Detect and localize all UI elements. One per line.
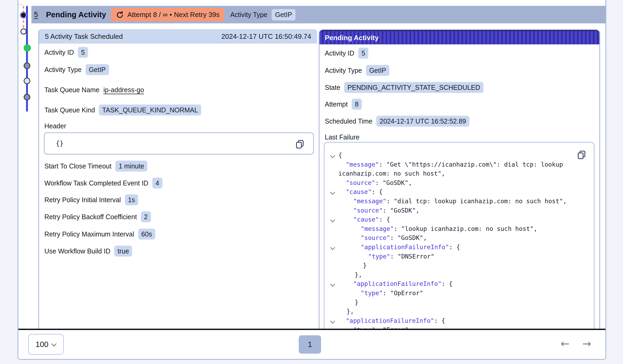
field-row: Activity ID 5 [319,48,599,59]
field-value-badge: 2 [141,211,151,222]
code-line: "source": "GoSDK", [329,233,588,243]
code-line: "type": "DNSError" [329,252,588,261]
field-label: Task Queue Name [44,86,99,94]
pending-activity-panel-header: Pending Activity [319,30,599,44]
timeline-gray-dot[interactable] [24,94,30,100]
field-row: Attempt 8 [319,99,599,110]
collapse-chevron-icon[interactable] [330,217,335,222]
copy-button[interactable] [294,139,305,150]
page-size-select[interactable]: 100 [28,334,64,355]
field-value-badge: TASK_QUEUE_KIND_NORMAL [99,105,201,116]
field-value-badge: 5 [358,48,368,59]
field-label: Activity Type [44,66,82,74]
field-value-badge: 60s [138,229,155,240]
field-row: Retry Policy Backoff Coefficient 2 [39,211,317,222]
pending-activity-panel: Pending Activity Activity ID 5 Activity … [319,29,600,329]
field-label: Task Queue Kind [44,106,95,114]
previous-page-button[interactable]: ← [559,338,571,349]
field-label: Use Workflow Build ID [44,247,110,255]
field-row: State PENDING_ACTIVITY_STATE_SCHEDULED [319,82,599,93]
code-line: } [329,261,588,270]
code-line: }, [329,270,588,280]
header-section-label: Header [44,122,66,130]
field-row: Task Queue Kind TASK_QUEUE_KIND_NORMAL [39,105,317,116]
bottom-separator [18,329,605,330]
field-label: Attempt [325,100,348,108]
code-line: "cause": { [329,187,588,197]
collapse-chevron-icon[interactable] [330,190,335,195]
field-label: Retry Policy Maximum Interval [44,230,134,238]
left-arrow-icon: ← [561,337,570,350]
field-value-badge: true [114,246,132,257]
event-id-link[interactable]: 5 [34,11,38,19]
field-row: Start To Close Timeout 1 minute [39,161,317,172]
collapse-chevron-icon[interactable] [330,245,335,250]
field-row: Workflow Task Completed Event ID 4 [39,178,317,189]
code-line: "type": "OpError" [329,289,588,298]
task-queue-link[interactable]: ip-address-go [103,86,144,94]
code-line: "source": "GoSDK", [329,206,588,215]
copy-icon [294,139,305,150]
code-line: { [329,151,588,160]
field-value-badge: 5 [78,47,88,58]
field-label: State [325,84,340,91]
timeline-green-dot[interactable] [24,44,31,52]
field-row: Activity Type GetIP [39,64,317,75]
field-label: Activity Type [325,67,362,74]
pending-activity-title: Pending Activity [325,34,379,42]
code-line: } [329,298,588,307]
code-line: "type": "Error" [329,325,588,329]
field-label: Retry Policy Backoff Coefficient [44,213,137,221]
event-detail-timestamp: 2024-12-17 UTC 16:50:49.74 [221,32,311,41]
activity-type-badge: GetIP [272,9,296,20]
collapse-chevron-icon[interactable] [330,153,335,158]
field-row: Retry Policy Initial Interval 1s [39,194,317,205]
header-payload-box: {} [44,132,314,155]
header-section-label-row: Header [39,122,317,130]
field-value-badge: PENDING_ACTIVITY_STATE_SCHEDULED [344,82,483,93]
last-failure-label: Last Failure [325,133,360,141]
code-line: "applicationFailureInfo": { [329,316,588,325]
retry-icon [116,10,124,19]
field-label: Start To Close Timeout [44,162,111,170]
code-line: "message": "lookup icanhazip.com: no suc… [329,224,588,234]
code-line: "applicationFailureInfo": { [329,279,588,289]
code-line: }, [329,307,588,316]
code-line: "cause": { [329,215,588,224]
next-page-button[interactable]: → [581,338,593,349]
collapse-chevron-icon[interactable] [330,319,335,323]
activity-type-label: Activity Type [230,11,267,19]
last-failure-label-row: Last Failure [319,133,599,141]
event-history-container: 5 Pending Activity Attempt 8 / ∞ • Next … [18,0,606,360]
field-label: Activity ID [44,49,74,56]
code-line: icanhazip.com: no such host", [329,169,588,178]
pending-activity-row-header[interactable]: 5 Pending Activity Attempt 8 / ∞ • Next … [31,6,605,23]
collapse-chevron-icon[interactable] [330,282,335,287]
timeline-hollow-dot[interactable] [20,28,27,35]
page-size-value: 100 [36,340,48,349]
timeline-pale-dot[interactable] [24,78,30,84]
last-failure-code-block[interactable]: {"message": "Get \"https://icanhazip.com… [324,142,595,329]
retry-badge-text: Attempt 8 / ∞ • Next Retry 39s [127,11,220,19]
field-value-badge: 1s [125,194,138,205]
row-divider [18,4,23,5]
timeline-gray-dot[interactable] [24,62,30,69]
retry-attempt-badge: Attempt 8 / ∞ • Next Retry 39s [111,8,224,21]
code-line: "applicationFailureInfo": { [329,243,588,252]
header-payload-content: {} [56,140,64,147]
code-line: "message": "dial tcp: lookup icanhazip.c… [329,197,588,206]
field-value-badge: 1 minute [115,161,147,172]
row-title: Pending Activity [46,10,106,19]
field-row: Use Workflow Build ID true [39,246,317,257]
page-number-button[interactable]: 1 [299,335,321,354]
timeline-current-event-dot[interactable] [20,12,27,19]
code-line: "source": "GoSDK", [329,178,588,188]
event-detail-title: 5 Activity Task Scheduled [45,32,123,41]
event-detail-panel-header: 5 Activity Task Scheduled 2024-12-17 UTC… [39,29,317,44]
last-failure-code-lines: {"message": "Get \"https://icanhazip.com… [325,143,594,329]
field-row: Task Queue Name ip-address-go [39,86,317,94]
copy-button[interactable] [576,150,587,160]
field-value-badge: 8 [352,99,362,110]
field-label: Scheduled Time [325,117,372,125]
code-line: "message": "Get \"https://icanhazip.com\… [329,160,588,169]
